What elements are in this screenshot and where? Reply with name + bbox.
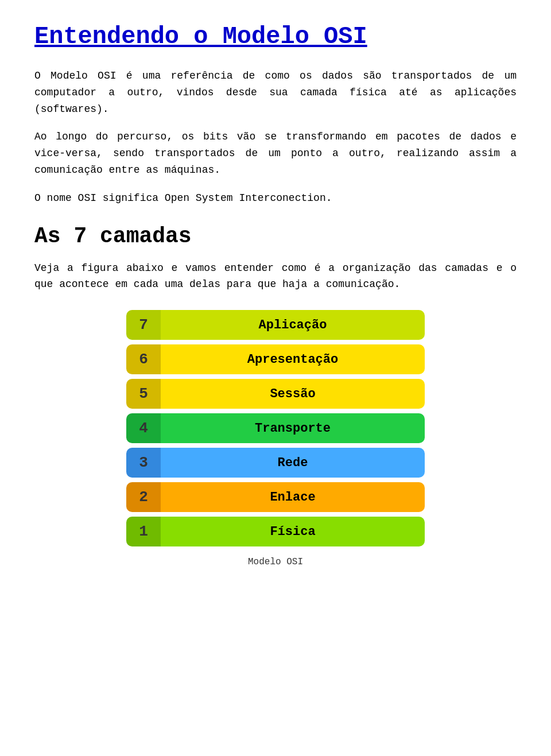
- layer-label-6: Apresentação: [161, 344, 425, 374]
- second-paragraph: Ao longo do percurso, os bits vão se tra…: [34, 129, 517, 178]
- osi-meaning: O nome OSI significa Open System Interco…: [34, 190, 517, 207]
- layer-number-2: 2: [126, 482, 161, 512]
- diagram-caption: Modelo OSI: [248, 557, 303, 567]
- layer-number-6: 6: [126, 344, 161, 374]
- section-paragraph: Veja a figura abaixo e vamos entender co…: [34, 260, 517, 293]
- layer-number-3: 3: [126, 448, 161, 478]
- layer-number-5: 5: [126, 379, 161, 409]
- layer-number-4: 4: [126, 413, 161, 443]
- layer-number-1: 1: [126, 517, 161, 546]
- section-title: As 7 camadas: [34, 224, 517, 249]
- layer-number-7: 7: [126, 310, 161, 340]
- layer-label-3: Rede: [161, 448, 425, 478]
- osi-diagram: 7Aplicação6Apresentação5Sessão4Transport…: [34, 310, 517, 567]
- layer-label-2: Enlace: [161, 482, 425, 512]
- layer-row-5: 5Sessão: [126, 379, 425, 409]
- layer-row-7: 7Aplicação: [126, 310, 425, 340]
- layer-row-2: 2Enlace: [126, 482, 425, 512]
- layer-label-4: Transporte: [161, 413, 425, 443]
- layer-row-4: 4Transporte: [126, 413, 425, 443]
- layer-row-1: 1Física: [126, 517, 425, 546]
- page-title: Entendendo o Modelo OSI: [34, 23, 517, 51]
- layer-row-6: 6Apresentação: [126, 344, 425, 374]
- intro-paragraph: O Modelo OSI é uma referência de como os…: [34, 68, 517, 117]
- layer-label-1: Física: [161, 517, 425, 546]
- layer-label-5: Sessão: [161, 379, 425, 409]
- layer-row-3: 3Rede: [126, 448, 425, 478]
- layer-label-7: Aplicação: [161, 310, 425, 340]
